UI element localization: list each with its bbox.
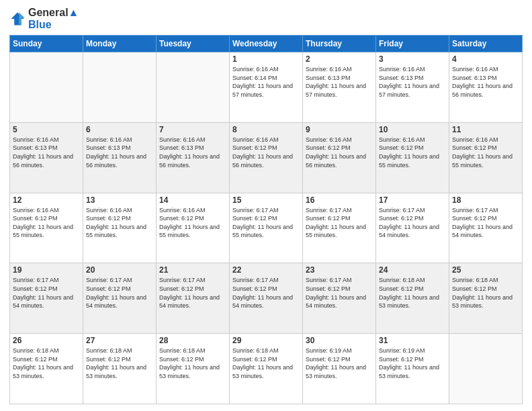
day-number: 24	[379, 265, 446, 275]
day-cell: 27Sunrise: 6:18 AM Sunset: 6:12 PM Dayli…	[83, 334, 157, 404]
weekday-header-wednesday: Wednesday	[230, 36, 303, 52]
day-info: Sunrise: 6:18 AM Sunset: 6:12 PM Dayligh…	[86, 347, 153, 380]
day-info: Sunrise: 6:19 AM Sunset: 6:12 PM Dayligh…	[306, 347, 373, 380]
day-cell: 26Sunrise: 6:18 AM Sunset: 6:12 PM Dayli…	[10, 334, 83, 404]
day-cell: 3Sunrise: 6:16 AM Sunset: 6:13 PM Daylig…	[376, 52, 449, 123]
logo: General▲ Blue	[9, 7, 79, 31]
day-info: Sunrise: 6:16 AM Sunset: 6:13 PM Dayligh…	[159, 136, 226, 169]
day-cell: 18Sunrise: 6:17 AM Sunset: 6:12 PM Dayli…	[449, 193, 523, 263]
day-info: Sunrise: 6:17 AM Sunset: 6:12 PM Dayligh…	[306, 206, 373, 240]
day-number: 2	[306, 54, 373, 64]
day-number: 1	[232, 54, 300, 64]
day-number: 27	[86, 336, 153, 345]
day-cell: 28Sunrise: 6:18 AM Sunset: 6:12 PM Dayli…	[157, 334, 230, 404]
day-info: Sunrise: 6:16 AM Sunset: 6:12 PM Dayligh…	[159, 206, 226, 240]
day-cell	[83, 52, 157, 123]
day-number: 18	[452, 195, 519, 205]
day-info: Sunrise: 6:16 AM Sunset: 6:14 PM Dayligh…	[232, 65, 300, 99]
day-cell: 2Sunrise: 6:16 AM Sunset: 6:13 PM Daylig…	[303, 52, 376, 123]
day-cell: 11Sunrise: 6:16 AM Sunset: 6:12 PM Dayli…	[449, 122, 523, 193]
day-number: 10	[379, 125, 446, 134]
day-cell: 1Sunrise: 6:16 AM Sunset: 6:14 PM Daylig…	[230, 52, 303, 123]
day-info: Sunrise: 6:17 AM Sunset: 6:12 PM Dayligh…	[452, 206, 519, 240]
day-cell: 22Sunrise: 6:17 AM Sunset: 6:12 PM Dayli…	[230, 263, 303, 334]
day-cell: 24Sunrise: 6:18 AM Sunset: 6:12 PM Dayli…	[376, 263, 449, 334]
week-row-3: 12Sunrise: 6:16 AM Sunset: 6:12 PM Dayli…	[10, 193, 523, 263]
weekday-header-saturday: Saturday	[449, 36, 523, 52]
day-cell: 14Sunrise: 6:16 AM Sunset: 6:12 PM Dayli…	[157, 193, 230, 263]
day-cell: 30Sunrise: 6:19 AM Sunset: 6:12 PM Dayli…	[303, 334, 376, 404]
svg-marker-0	[11, 12, 24, 25]
day-cell: 4Sunrise: 6:16 AM Sunset: 6:13 PM Daylig…	[449, 52, 523, 123]
weekday-header-monday: Monday	[83, 36, 157, 52]
day-cell: 21Sunrise: 6:17 AM Sunset: 6:12 PM Dayli…	[157, 263, 230, 334]
day-number: 11	[452, 125, 519, 134]
day-info: Sunrise: 6:17 AM Sunset: 6:12 PM Dayligh…	[232, 276, 300, 310]
day-cell: 31Sunrise: 6:19 AM Sunset: 6:12 PM Dayli…	[376, 334, 449, 404]
day-cell: 17Sunrise: 6:17 AM Sunset: 6:12 PM Dayli…	[376, 193, 449, 263]
day-cell	[449, 334, 523, 404]
day-info: Sunrise: 6:17 AM Sunset: 6:12 PM Dayligh…	[306, 276, 373, 310]
day-number: 21	[159, 265, 226, 275]
weekday-header-row: SundayMondayTuesdayWednesdayThursdayFrid…	[10, 36, 523, 52]
day-info: Sunrise: 6:17 AM Sunset: 6:12 PM Dayligh…	[86, 276, 153, 310]
day-number: 23	[306, 265, 373, 275]
day-number: 20	[86, 265, 153, 275]
day-number: 14	[159, 195, 226, 205]
calendar-table: SundayMondayTuesdayWednesdayThursdayFrid…	[9, 35, 523, 404]
day-info: Sunrise: 6:16 AM Sunset: 6:12 PM Dayligh…	[379, 136, 446, 169]
day-info: Sunrise: 6:18 AM Sunset: 6:12 PM Dayligh…	[452, 276, 519, 310]
weekday-header-friday: Friday	[376, 36, 449, 52]
day-number: 4	[452, 54, 519, 64]
day-info: Sunrise: 6:17 AM Sunset: 6:12 PM Dayligh…	[379, 206, 446, 240]
day-info: Sunrise: 6:19 AM Sunset: 6:12 PM Dayligh…	[379, 347, 446, 380]
day-info: Sunrise: 6:16 AM Sunset: 6:12 PM Dayligh…	[13, 206, 80, 240]
day-info: Sunrise: 6:16 AM Sunset: 6:12 PM Dayligh…	[452, 136, 519, 169]
day-info: Sunrise: 6:16 AM Sunset: 6:12 PM Dayligh…	[306, 136, 373, 169]
day-info: Sunrise: 6:18 AM Sunset: 6:12 PM Dayligh…	[159, 347, 226, 380]
day-cell: 23Sunrise: 6:17 AM Sunset: 6:12 PM Dayli…	[303, 263, 376, 334]
day-info: Sunrise: 6:18 AM Sunset: 6:12 PM Dayligh…	[379, 276, 446, 310]
day-cell: 5Sunrise: 6:16 AM Sunset: 6:13 PM Daylig…	[10, 122, 83, 193]
day-number: 8	[232, 125, 300, 134]
day-cell: 6Sunrise: 6:16 AM Sunset: 6:13 PM Daylig…	[83, 122, 157, 193]
week-row-2: 5Sunrise: 6:16 AM Sunset: 6:13 PM Daylig…	[10, 122, 523, 193]
weekday-header-sunday: Sunday	[10, 36, 83, 52]
day-number: 9	[306, 125, 373, 134]
day-number: 22	[232, 265, 300, 275]
day-cell: 7Sunrise: 6:16 AM Sunset: 6:13 PM Daylig…	[157, 122, 230, 193]
day-cell: 25Sunrise: 6:18 AM Sunset: 6:12 PM Dayli…	[449, 263, 523, 334]
day-cell: 9Sunrise: 6:16 AM Sunset: 6:12 PM Daylig…	[303, 122, 376, 193]
day-info: Sunrise: 6:17 AM Sunset: 6:12 PM Dayligh…	[232, 206, 300, 240]
day-cell: 15Sunrise: 6:17 AM Sunset: 6:12 PM Dayli…	[230, 193, 303, 263]
day-info: Sunrise: 6:16 AM Sunset: 6:13 PM Dayligh…	[379, 65, 446, 99]
day-number: 16	[306, 195, 373, 205]
day-number: 12	[13, 195, 80, 205]
day-number: 3	[379, 54, 446, 64]
day-number: 13	[86, 195, 153, 205]
day-info: Sunrise: 6:18 AM Sunset: 6:12 PM Dayligh…	[232, 347, 300, 380]
week-row-4: 19Sunrise: 6:17 AM Sunset: 6:12 PM Dayli…	[10, 263, 523, 334]
day-number: 25	[452, 265, 519, 275]
day-info: Sunrise: 6:16 AM Sunset: 6:13 PM Dayligh…	[86, 136, 153, 169]
week-row-1: 1Sunrise: 6:16 AM Sunset: 6:14 PM Daylig…	[10, 52, 523, 123]
page: General▲ Blue SundayMondayTuesdayWednesd…	[0, 0, 532, 411]
day-number: 31	[379, 336, 446, 345]
header: General▲ Blue	[9, 7, 523, 31]
day-info: Sunrise: 6:16 AM Sunset: 6:12 PM Dayligh…	[232, 136, 300, 169]
day-info: Sunrise: 6:16 AM Sunset: 6:13 PM Dayligh…	[452, 65, 519, 99]
day-info: Sunrise: 6:17 AM Sunset: 6:12 PM Dayligh…	[159, 276, 226, 310]
day-info: Sunrise: 6:16 AM Sunset: 6:13 PM Dayligh…	[306, 65, 373, 99]
weekday-header-tuesday: Tuesday	[157, 36, 230, 52]
day-number: 6	[86, 125, 153, 134]
week-row-5: 26Sunrise: 6:18 AM Sunset: 6:12 PM Dayli…	[10, 334, 523, 404]
day-cell: 19Sunrise: 6:17 AM Sunset: 6:12 PM Dayli…	[10, 263, 83, 334]
day-info: Sunrise: 6:18 AM Sunset: 6:12 PM Dayligh…	[13, 347, 80, 380]
day-number: 29	[232, 336, 300, 345]
day-cell: 12Sunrise: 6:16 AM Sunset: 6:12 PM Dayli…	[10, 193, 83, 263]
logo-text: General▲ Blue	[28, 7, 79, 31]
day-info: Sunrise: 6:16 AM Sunset: 6:13 PM Dayligh…	[13, 136, 80, 169]
weekday-header-thursday: Thursday	[303, 36, 376, 52]
day-number: 15	[232, 195, 300, 205]
day-number: 19	[13, 265, 80, 275]
